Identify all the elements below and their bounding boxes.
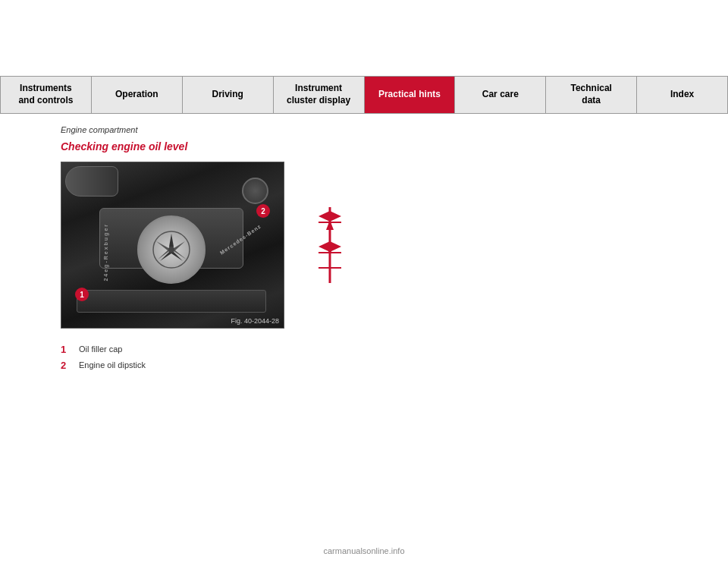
engine-image-container: 24eg-Rexbuger Mercedes-Benz 1 2 Fig. 40-…	[61, 162, 667, 329]
nav-driving-label: Driving	[212, 89, 243, 101]
svg-marker-15	[326, 220, 334, 230]
mercedes-star-icon	[152, 231, 190, 269]
nav-technical-data[interactable]: Technical data	[546, 77, 637, 113]
oil-level-svg	[303, 203, 356, 287]
svg-point-5	[168, 247, 174, 253]
nav-car-care[interactable]: Car care	[455, 77, 546, 113]
nav-instrument-cluster[interactable]: Instrument cluster display	[274, 77, 365, 113]
breadcrumb-text: Engine compartment	[61, 125, 138, 134]
legend: 1 Oil filler cap 2 Engine oil dipstick	[61, 344, 667, 372]
nav-index[interactable]: Index	[637, 77, 727, 113]
navigation-bar: Instruments and controls Operation Drivi…	[0, 76, 728, 114]
nav-instruments-label: Instruments and controls	[18, 83, 73, 106]
nav-instruments[interactable]: Instruments and controls	[1, 77, 92, 113]
engine-marker-1: 1	[75, 288, 89, 301]
nav-operation-label: Operation	[115, 89, 158, 101]
legend-text-1: Oil filler cap	[79, 344, 122, 355]
svg-marker-7	[330, 211, 341, 222]
legend-text-2: Engine oil dipstick	[79, 360, 146, 371]
watermark-text: carmanualsonline.info	[323, 546, 404, 555]
nav-practical-hints-label: Practical hints	[378, 89, 441, 101]
footer-watermark: carmanualsonline.info	[0, 546, 728, 555]
legend-item-2: 2 Engine oil dipstick	[61, 360, 667, 371]
legend-num-1: 1	[61, 344, 76, 355]
image-caption: Fig. 40-2044-28	[231, 317, 279, 325]
nav-operation[interactable]: Operation	[92, 77, 183, 113]
oil-indicator	[300, 200, 360, 291]
nav-car-care-label: Car care	[482, 89, 519, 101]
engine-marker-2: 2	[256, 204, 270, 218]
legend-num-2: 2	[61, 360, 76, 371]
nav-index-label: Index	[670, 89, 694, 101]
engine-image: 24eg-Rexbuger Mercedes-Benz 1 2 Fig. 40-…	[61, 162, 284, 329]
svg-marker-8	[318, 211, 330, 222]
legend-item-1: 1 Oil filler cap	[61, 344, 667, 355]
nav-instrument-cluster-label: Instrument cluster display	[287, 83, 350, 106]
section-heading: Checking engine oil level	[61, 140, 667, 153]
nav-driving[interactable]: Driving	[183, 77, 274, 113]
content-area: Engine compartment Checking engine oil l…	[0, 114, 728, 388]
section-heading-text: Checking engine oil level	[61, 140, 187, 153]
nav-technical-data-label: Technical data	[570, 83, 611, 106]
breadcrumb: Engine compartment	[61, 125, 667, 134]
nav-practical-hints[interactable]: Practical hints	[365, 77, 456, 113]
